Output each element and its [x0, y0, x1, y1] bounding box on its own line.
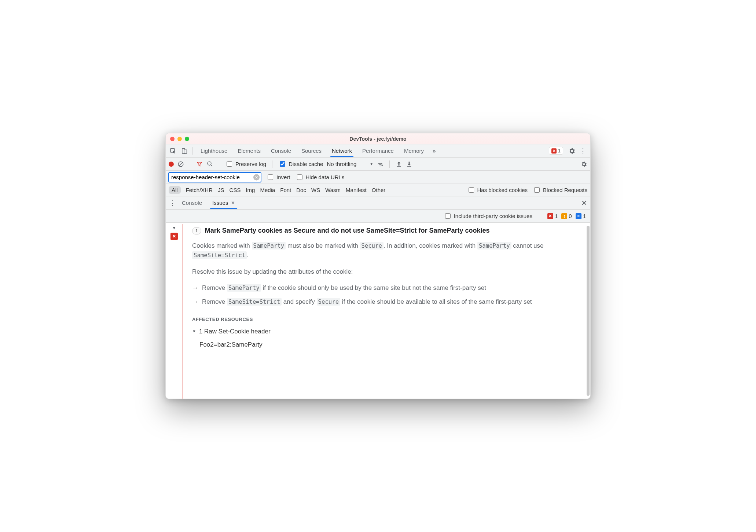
warning-issue-count[interactable]: !0 — [561, 213, 572, 219]
svg-point-7 — [382, 165, 383, 166]
svg-rect-2 — [184, 150, 187, 154]
download-har-icon[interactable] — [406, 161, 412, 167]
filter-input-wrap: ✕ — [169, 173, 261, 182]
tab-lighthouse[interactable]: Lighthouse — [195, 144, 232, 157]
network-conditions-icon[interactable] — [377, 161, 383, 167]
invert-checkbox[interactable]: Invert — [266, 173, 290, 181]
svg-rect-8 — [397, 166, 401, 167]
svg-rect-9 — [407, 166, 411, 167]
settings-gear-icon[interactable] — [567, 146, 577, 156]
issue-gutter: ▼ — [166, 223, 183, 399]
errors-badge[interactable]: ✕ 1 — [549, 147, 563, 155]
devtools-window: DevTools - jec.fyi/demo LighthouseElemen… — [165, 133, 591, 399]
issues-panel: ▼ 1 Mark SameParty cookies as Secure and… — [166, 223, 590, 399]
type-filter-css[interactable]: CSS — [230, 187, 241, 193]
network-toolbar: Preserve log Disable cache No throttling… — [166, 158, 590, 171]
main-tabs: LighthouseElementsConsoleSourcesNetworkP… — [195, 144, 429, 157]
type-filters: AllFetch/XHRJSCSSImgMediaFontDocWSWasmMa… — [169, 186, 385, 194]
disclosure-triangle-icon: ▼ — [192, 328, 196, 335]
arrow-icon: → — [192, 297, 198, 307]
drawer-more-icon[interactable]: ⋮ — [169, 199, 177, 207]
device-toolbar-icon[interactable] — [179, 146, 189, 156]
network-settings-gear-icon[interactable] — [581, 161, 587, 167]
error-icon: ✕ — [551, 148, 557, 154]
type-filter-wasm[interactable]: Wasm — [325, 187, 341, 193]
issues-subheader: Include third-party cookie issues ✕1 !0 … — [166, 210, 590, 223]
info-icon: ≡ — [576, 213, 581, 219]
type-filter-manifest[interactable]: Manifest — [346, 187, 367, 193]
issue-content: 1 Mark SameParty cookies as Secure and d… — [183, 223, 590, 399]
titlebar: DevTools - jec.fyi/demo — [166, 133, 590, 144]
disable-cache-checkbox[interactable]: Disable cache — [278, 160, 323, 168]
type-filter-all[interactable]: All — [169, 186, 181, 194]
type-filter-other[interactable]: Other — [372, 187, 386, 193]
more-menu-icon[interactable]: ⋮ — [578, 146, 588, 156]
blocked-requests-checkbox[interactable]: Blocked Requests — [533, 186, 587, 194]
svg-point-5 — [208, 162, 211, 165]
separator — [192, 147, 192, 155]
error-count: 1 — [558, 148, 561, 154]
issue-severity-bar — [183, 224, 183, 399]
info-issue-count[interactable]: ≡1 — [576, 213, 586, 219]
inspect-element-icon[interactable] — [168, 146, 178, 156]
separator — [190, 160, 190, 168]
search-icon[interactable] — [206, 161, 213, 167]
filter-input[interactable] — [169, 173, 261, 182]
svg-line-4 — [179, 162, 183, 166]
tab-sources[interactable]: Sources — [296, 144, 327, 157]
scrollbar[interactable] — [587, 226, 590, 396]
resolution-item: → Remove SameParty if the cookie should … — [192, 283, 583, 293]
drawer-tabs: ConsoleIssues✕ — [177, 196, 240, 209]
tab-elements[interactable]: Elements — [232, 144, 266, 157]
clear-icon[interactable] — [177, 161, 184, 167]
type-filter-img[interactable]: Img — [246, 187, 255, 193]
drawer-tab-issues[interactable]: Issues✕ — [207, 196, 240, 209]
resolution-item: → Remove SameSite=Strict and specify Sec… — [192, 297, 583, 307]
dropdown-caret-icon: ▼ — [370, 162, 373, 166]
drawer-close-icon[interactable]: ✕ — [581, 199, 587, 207]
tab-memory[interactable]: Memory — [399, 144, 429, 157]
tabs-overflow-button[interactable]: » — [430, 148, 438, 154]
main-tabstrip: LighthouseElementsConsoleSourcesNetworkP… — [166, 144, 590, 158]
svg-line-6 — [210, 165, 212, 166]
throttling-select[interactable]: No throttling ▼ — [327, 161, 373, 167]
separator — [389, 160, 390, 168]
has-blocked-cookies-checkbox[interactable]: Has blocked cookies — [467, 186, 528, 194]
disclosure-triangle-icon[interactable]: ▼ — [172, 226, 176, 230]
filter-icon[interactable] — [196, 161, 203, 167]
tab-performance[interactable]: Performance — [357, 144, 399, 157]
record-button[interactable] — [169, 162, 174, 167]
drawer-tab-console[interactable]: Console — [177, 196, 207, 209]
type-filter-fetchxhr[interactable]: Fetch/XHR — [186, 187, 213, 193]
include-third-party-checkbox[interactable]: Include third-party cookie issues — [444, 212, 532, 220]
error-issue-count[interactable]: ✕1 — [547, 213, 558, 219]
issue-resolve-intro: Resolve this issue by updating the attri… — [192, 267, 583, 277]
issue-description: Cookies marked with SameParty must also … — [192, 241, 583, 261]
type-filters-row: AllFetch/XHRJSCSSImgMediaFontDocWSWasmMa… — [166, 184, 590, 196]
type-filter-media[interactable]: Media — [260, 187, 275, 193]
upload-har-icon[interactable] — [396, 161, 402, 167]
tab-network[interactable]: Network — [327, 144, 357, 157]
type-filter-doc[interactable]: Doc — [296, 187, 306, 193]
affected-resources-heading: AFFECTED RESOURCES — [192, 316, 583, 323]
warning-icon: ! — [561, 213, 567, 219]
arrow-icon: → — [192, 283, 198, 293]
affected-resource-toggle[interactable]: ▼ 1 Raw Set-Cookie header — [192, 327, 583, 336]
type-filter-js[interactable]: JS — [218, 187, 224, 193]
hide-data-urls-checkbox[interactable]: Hide data URLs — [296, 173, 345, 181]
filter-row: ✕ Invert Hide data URLs — [166, 171, 590, 184]
tab-console[interactable]: Console — [266, 144, 296, 157]
separator — [540, 213, 540, 220]
issue-count-pill: 1 — [192, 227, 201, 235]
window-title: DevTools - jec.fyi/demo — [166, 136, 590, 142]
affected-resource-label: 1 Raw Set-Cookie header — [199, 327, 271, 336]
preserve-log-checkbox[interactable]: Preserve log — [225, 160, 266, 168]
clear-filter-icon[interactable]: ✕ — [253, 174, 260, 180]
affected-cookie-value: Foo2=bar2;SameParty — [199, 340, 583, 350]
type-filter-ws[interactable]: WS — [311, 187, 320, 193]
separator — [219, 160, 219, 168]
drawer-tabstrip: ⋮ ConsoleIssues✕ ✕ — [166, 196, 590, 210]
issue-title: Mark SameParty cookies as Secure and do … — [205, 226, 490, 236]
type-filter-font[interactable]: Font — [280, 187, 291, 193]
close-tab-icon[interactable]: ✕ — [231, 200, 235, 206]
